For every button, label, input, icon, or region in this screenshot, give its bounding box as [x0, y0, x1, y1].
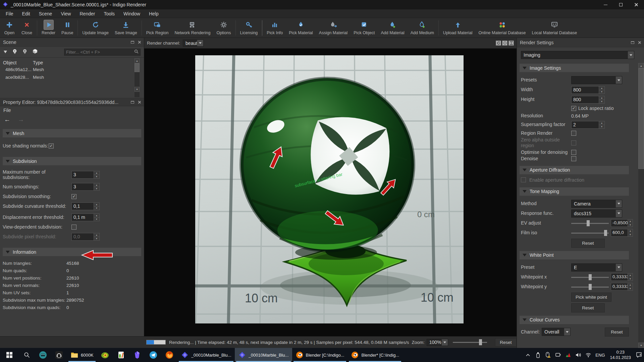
supersampling-stepper[interactable]: 2 ▲▼ — [571, 121, 605, 129]
presets-dropdown[interactable] — [571, 76, 622, 84]
back-arrow-icon[interactable]: ← — [4, 116, 10, 123]
save-image-button[interactable]: Save Image — [112, 20, 140, 35]
use-shading-normals-checkbox[interactable] — [49, 143, 54, 148]
table-row[interactable]: ace0b828... Mesh — [0, 73, 144, 81]
pick-region-button[interactable]: Pick Region — [143, 20, 172, 35]
scrollbar-thumb[interactable] — [638, 68, 644, 169]
taskbar-image-editor[interactable] — [113, 348, 129, 362]
spin-down-icon[interactable]: ▼ — [628, 287, 633, 291]
tray-gpu-tool-icon[interactable] — [563, 348, 573, 362]
spin-down-icon[interactable]: ▼ — [599, 90, 604, 94]
spin-down-icon[interactable]: ▼ — [599, 125, 604, 128]
taskbar-blender-window-2[interactable]: Blender* [C:\Indig... — [347, 348, 402, 362]
taskbar-indigo-window-1[interactable]: _00010Marble_Blu... — [177, 348, 235, 362]
float-panel-icon[interactable] — [131, 41, 134, 44]
pause-button[interactable]: Pause — [58, 20, 76, 35]
section-colour-curves[interactable]: Colour Curves — [520, 316, 629, 324]
ev-adjust-slider[interactable] — [571, 220, 609, 227]
taskbar-indigo-window-2[interactable]: _00010Marble_Blu... — [235, 348, 292, 362]
tray-notifications-icon[interactable] — [634, 348, 644, 362]
whitepoint-y-slider[interactable] — [571, 284, 609, 290]
maximize-button[interactable] — [613, 0, 629, 9]
section-subdivision[interactable]: Subdivision — [3, 157, 141, 165]
taskbar-blender-window-1[interactable]: Blender [C:\Indigo... — [292, 348, 348, 362]
tray-chevron-up-icon[interactable] — [523, 348, 533, 362]
section-information[interactable]: Information — [3, 248, 141, 256]
menu-edit[interactable]: Edit — [18, 9, 35, 18]
column-object[interactable]: Object — [0, 60, 33, 65]
licensing-button[interactable]: Licensing — [237, 20, 261, 35]
tray-usb-icon[interactable] — [533, 348, 543, 362]
spin-down-icon[interactable]: ▼ — [94, 187, 99, 190]
whitepoint-x-value[interactable]: 0,33333 ▲▼ — [611, 273, 633, 281]
optimise-denoising-checkbox[interactable] — [571, 150, 576, 155]
spin-up-icon[interactable]: ▲ — [94, 171, 99, 175]
spin-up-icon[interactable]: ▲ — [628, 274, 633, 277]
start-button[interactable] — [0, 348, 19, 362]
section-image-settings[interactable]: Image Settings — [520, 64, 629, 72]
whitepoint-y-value[interactable]: 0,33333 ▲▼ — [611, 283, 633, 291]
taskbar-audio-app[interactable] — [51, 348, 67, 362]
menu-file[interactable]: File — [1, 9, 18, 18]
tray-volume-icon[interactable] — [573, 348, 583, 362]
pick-material-button[interactable]: Pick Material — [286, 20, 316, 35]
max-subdivisions-stepper[interactable]: 3 ▲▼ — [71, 171, 100, 179]
taskbar-media-app[interactable] — [35, 348, 51, 362]
close-button[interactable] — [629, 0, 644, 9]
add-material-button[interactable]: Add Material — [378, 20, 407, 35]
menu-view[interactable]: View — [56, 9, 75, 18]
update-image-button[interactable]: Update Image — [79, 20, 112, 35]
pan-view-icon[interactable] — [502, 41, 507, 46]
taskbar-telegram[interactable] — [145, 348, 161, 362]
upload-material-button[interactable]: Upload Material — [440, 20, 476, 35]
spin-up-icon[interactable]: ▲ — [599, 121, 604, 125]
num-smoothings-stepper[interactable]: 3 ▲▼ — [71, 183, 100, 191]
spin-up-icon[interactable]: ▲ — [94, 183, 99, 187]
light-bulb-off-icon[interactable] — [22, 49, 28, 56]
scroll-up-icon[interactable]: ▲ — [638, 63, 644, 68]
section-mesh[interactable]: Mesh — [3, 129, 141, 137]
colour-curves-reset-button[interactable]: Reset — [605, 327, 629, 337]
denoise-checkbox[interactable] — [571, 156, 576, 161]
spin-down-icon[interactable]: ▼ — [628, 233, 633, 237]
spin-down-icon[interactable]: ▼ — [628, 223, 633, 227]
whitepoint-x-slider[interactable] — [571, 274, 609, 281]
local-material-database-button[interactable]: Local Material Database — [529, 20, 580, 35]
scene-filter[interactable] — [64, 49, 141, 56]
spin-up-icon[interactable]: ▲ — [94, 203, 99, 206]
minimize-button[interactable] — [598, 0, 613, 9]
render-button[interactable]: Render — [39, 20, 58, 35]
float-panel-icon[interactable] — [131, 101, 134, 104]
expand-tree-icon[interactable] — [3, 49, 7, 55]
spin-down-icon[interactable]: ▼ — [94, 218, 99, 221]
scrollbar-thumb[interactable] — [135, 63, 140, 72]
tray-language[interactable]: ENG — [593, 348, 607, 362]
mesh-cube-icon[interactable] — [32, 49, 38, 56]
close-panel-icon[interactable] — [138, 41, 141, 44]
white-point-reset-button[interactable]: Reset — [571, 303, 605, 312]
network-rendering-button[interactable]: Network Rendering — [171, 20, 213, 35]
scroll-down-icon[interactable]: ▼ — [135, 87, 140, 92]
zoom-dropdown[interactable]: 100% — [427, 339, 448, 346]
spin-down-icon[interactable]: ▼ — [599, 100, 604, 103]
section-white-point[interactable]: White Point — [520, 251, 629, 259]
spin-up-icon[interactable]: ▲ — [599, 86, 604, 90]
tray-network-icon[interactable] — [583, 348, 593, 362]
add-medium-button[interactable]: Add Medium — [408, 20, 437, 35]
height-stepper[interactable]: 800 ▲▼ — [571, 96, 605, 104]
spin-up-icon[interactable]: ▲ — [628, 220, 633, 223]
close-panel-icon[interactable] — [638, 41, 641, 44]
taskbar-firefox[interactable] — [161, 348, 177, 362]
menu-scene[interactable]: Scene — [35, 9, 57, 18]
pick-info-button[interactable]: Pick Info — [264, 20, 286, 35]
ev-adjust-value[interactable]: -0,85000 ▲▼ — [611, 219, 633, 227]
light-bulb-icon[interactable] — [12, 49, 17, 56]
fit-view-icon[interactable] — [508, 41, 514, 46]
tray-clock[interactable]: 0:23 14.01.2023 — [607, 350, 634, 361]
options-button[interactable]: Options — [213, 20, 234, 35]
spin-down-icon[interactable]: ▼ — [628, 277, 633, 281]
pick-white-point-button[interactable]: Pick white point — [571, 293, 611, 302]
channel-dropdown[interactable]: Overall — [542, 328, 571, 336]
menu-window[interactable]: Window — [119, 9, 145, 18]
taskbar-obsidian[interactable] — [129, 348, 145, 362]
